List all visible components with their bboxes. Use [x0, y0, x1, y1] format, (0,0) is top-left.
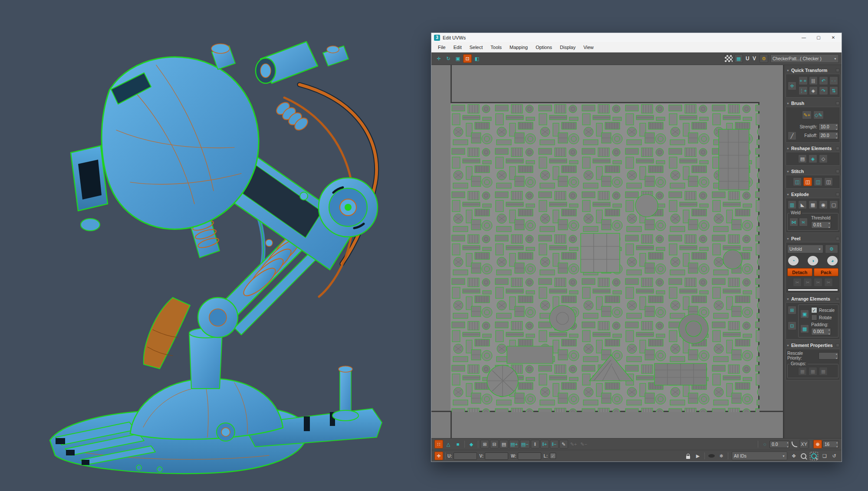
weld-all-button[interactable]: ≍	[799, 218, 808, 226]
rotate-checkbox[interactable]	[811, 314, 817, 321]
select-group-button[interactable]: ▦	[819, 367, 828, 376]
rollout-header-peel[interactable]: ▼ Peel	[786, 235, 840, 242]
rollout-header-brush[interactable]: ▼ Brush	[786, 100, 840, 107]
u-input[interactable]	[454, 452, 477, 460]
grow-selection-button[interactable]: ⊞	[480, 440, 489, 448]
freeze-icon[interactable]: ❄	[717, 452, 726, 460]
absolute-offset-toggle[interactable]: ✛	[434, 452, 443, 460]
scale-tool-button[interactable]: ▣	[454, 54, 462, 63]
soft-selection-spinner[interactable]: 0.0	[769, 441, 789, 448]
flatten-custom-button[interactable]: ▢	[829, 200, 838, 209]
uv-unit-square[interactable]	[450, 102, 760, 411]
shrink-loop-button[interactable]: ‖−	[550, 440, 559, 448]
expand-to-seams-button[interactable]: ✂	[814, 278, 822, 287]
show-map-toggle[interactable]: ▦	[734, 54, 743, 63]
rollout-header-explode[interactable]: ▼ Explode	[786, 191, 840, 198]
grow-loop-button[interactable]: ‖+	[540, 440, 549, 448]
menu-select[interactable]: Select	[466, 45, 487, 50]
hide-icon[interactable]	[707, 452, 716, 460]
lock-selection-icon[interactable]	[684, 452, 693, 460]
flatten-by-smoothing-button[interactable]: ◣	[798, 200, 807, 209]
mirror-tool-button[interactable]: ◧	[473, 54, 481, 63]
zoom-extents-icon[interactable]: ❏	[820, 452, 829, 460]
paint-move-brush-button[interactable]: ✎+	[802, 111, 812, 119]
revert-zoom-icon[interactable]: ↺	[830, 452, 838, 460]
pack-normalize-button[interactable]: ⊞	[788, 306, 796, 314]
rescale-priority-spinner[interactable]	[819, 352, 838, 360]
maximize-button[interactable]: ▢	[811, 33, 826, 42]
material-ids-dropdown[interactable]: All IDs ▼	[732, 452, 787, 460]
rotate-cw-button[interactable]: ↷	[819, 86, 828, 95]
menu-view[interactable]: View	[579, 45, 598, 50]
element-mode-button[interactable]: ◆	[467, 440, 476, 448]
relax-until-flat-button[interactable]: ◈	[809, 154, 817, 163]
edge-loop-button[interactable]: ‖	[531, 440, 539, 448]
threshold-spinner[interactable]: 0.01	[811, 221, 831, 229]
peel-mode-button[interactable]: ◔	[788, 255, 799, 266]
seams-from-edges-button[interactable]: ✂	[824, 278, 833, 287]
detach-button[interactable]: Detach	[787, 268, 812, 276]
align-edge-button[interactable]: ⋮+	[799, 86, 808, 95]
stitch-source-button[interactable]: ◫	[803, 177, 812, 186]
stitch-custom-button[interactable]: ◫	[793, 177, 802, 186]
weld-selected-button[interactable]: ⋈	[789, 218, 798, 226]
stitch-target-button[interactable]: ◫	[824, 177, 833, 186]
ungroup-button[interactable]: ▦	[809, 367, 817, 376]
edge-distance-toggle[interactable]: ⊕	[813, 440, 822, 448]
freeform-tool-button[interactable]: ⊡	[463, 54, 472, 63]
straighten-selection-button[interactable]: ▤	[798, 154, 807, 163]
menu-options[interactable]: Options	[532, 45, 556, 50]
lscm-interactive-button[interactable]: ◕	[827, 255, 838, 266]
texture-settings-icon[interactable]: ⚙	[760, 54, 768, 63]
rollout-header-quick-transform[interactable]: ▼ Quick Transform	[786, 67, 840, 74]
rotate-tool-button[interactable]: ↻	[444, 54, 453, 63]
edge-distance-spinner[interactable]: 16	[822, 441, 839, 448]
space-horizontal-button[interactable]: · ·	[829, 76, 838, 85]
rearrange-button[interactable]: ▣	[800, 310, 809, 318]
falloff-space-xy-button[interactable]: XY	[799, 440, 809, 448]
window-titlebar[interactable]: 3 Edit UVWs — ▢ ✕	[431, 33, 842, 42]
zoom-icon[interactable]	[799, 452, 808, 460]
select-edge-strip-button[interactable]: ▤	[500, 440, 508, 448]
w-input[interactable]	[518, 452, 541, 460]
pan-icon[interactable]: ✥	[789, 452, 798, 460]
relax-button[interactable]: ◇	[819, 154, 828, 163]
polygon-mode-button[interactable]: ■	[454, 440, 462, 448]
peel-mode-dropdown[interactable]: Unfold ▼	[787, 245, 823, 253]
stitch-average-button[interactable]: ◫	[814, 177, 822, 186]
checker-pattern-icon[interactable]	[724, 55, 733, 62]
falloff-curve-icon[interactable]	[790, 440, 799, 448]
paint-select-button[interactable]: ✎	[559, 440, 568, 448]
rollout-header-arrange[interactable]: ▼ Arrange Elements	[786, 295, 840, 302]
flatten-by-edge-angle-button[interactable]: ▥	[788, 200, 796, 209]
menu-mapping[interactable]: Mapping	[506, 45, 532, 50]
peel-settings-gear-icon[interactable]: ⚙	[825, 245, 838, 253]
menu-display[interactable]: Display	[556, 45, 579, 50]
rotate-ccw-button[interactable]: ↶	[819, 76, 828, 85]
pack-custom-button[interactable]: ⊡	[788, 321, 796, 330]
menu-file[interactable]: File	[434, 45, 450, 50]
menu-tools[interactable]: Tools	[487, 45, 506, 50]
strength-spinner[interactable]: 10.0	[819, 123, 838, 131]
shrink-selection-button[interactable]: ⊟	[490, 440, 499, 448]
flatten-by-material-button[interactable]: ▦	[809, 200, 817, 209]
group-selected-button[interactable]: ▦	[798, 367, 807, 376]
v-input[interactable]	[485, 452, 508, 460]
align-horizontal-button[interactable]: + +	[799, 76, 808, 85]
close-button[interactable]: ✕	[826, 33, 841, 42]
rescale-checkbox[interactable]: ✓	[811, 307, 817, 313]
menu-edit[interactable]: Edit	[450, 45, 466, 50]
edit-seams-button[interactable]: ✂	[793, 278, 802, 287]
rollout-header-element-properties[interactable]: ▼ Element Properties	[786, 342, 840, 349]
space-vertical-button[interactable]: ⇅	[829, 86, 838, 95]
uv-channel-label[interactable]: U V	[746, 56, 757, 62]
quick-peel-button[interactable]: ◑	[807, 255, 819, 266]
brush-falloff-type-button[interactable]: ╱	[788, 131, 796, 140]
move-tool-button[interactable]: ✛	[434, 54, 443, 63]
move-anchor-button[interactable]: ✛	[788, 82, 796, 90]
selection-filter-icon[interactable]: ▶	[694, 452, 702, 460]
relax-brush-button[interactable]: ◇✎	[813, 111, 824, 119]
viewport-3d[interactable]	[0, 0, 431, 491]
uv-editor-canvas[interactable]	[431, 65, 783, 438]
align-to-grid-button[interactable]: ◈	[809, 86, 818, 95]
